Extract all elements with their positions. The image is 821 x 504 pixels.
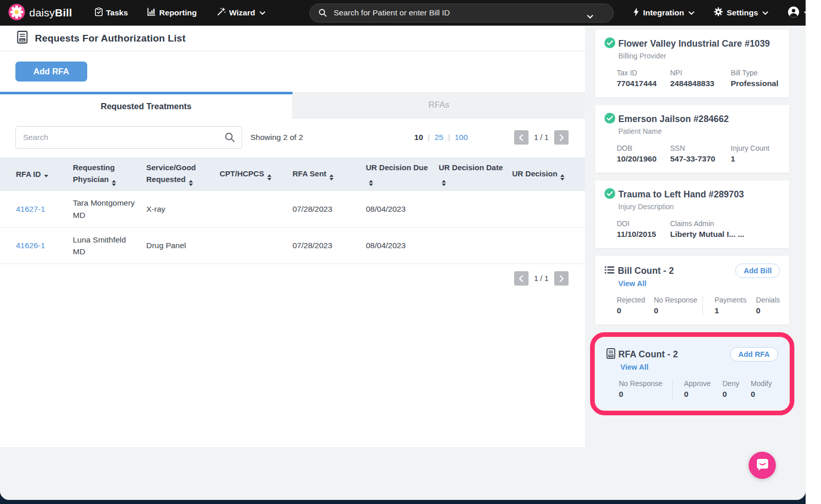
nav-tasks[interactable]: Tasks <box>95 7 128 18</box>
sort-desc-icon <box>44 175 48 177</box>
billing-provider-card[interactable]: Flower Valley Industrial Care #1039 Bill… <box>595 30 789 97</box>
card-title: Emerson Jailson #284662 <box>618 114 729 125</box>
bill-view-all-link[interactable]: View All <box>618 279 780 288</box>
column-header-rfa-id[interactable]: RFA ID <box>16 164 73 184</box>
check-circle-icon <box>604 37 615 50</box>
nav-tasks-label: Tasks <box>106 8 128 17</box>
stat-divider <box>702 296 703 315</box>
nav-integration[interactable]: Integration <box>633 8 694 18</box>
page-title: Requests For Authorization List <box>35 33 186 44</box>
reporting-chart-icon <box>147 8 155 18</box>
sidebar: Flower Valley Industrial Care #1039 Bill… <box>585 26 806 500</box>
column-label: UR Decision Date <box>439 163 503 172</box>
page-size-selector: 10 | 25 | 100 <box>414 133 467 142</box>
pagination-bottom-row: 1 / 1 <box>0 264 585 286</box>
stat-deny: Deny 0 <box>722 379 751 399</box>
card-subtitle: Billing Provider <box>618 52 780 60</box>
stat-payments: Payments 1 <box>714 296 756 315</box>
field-injury-count: Injury Count 1 <box>731 144 769 164</box>
nav-settings[interactable]: Settings <box>714 7 768 18</box>
cell-physician: Luna Smithfeld MD <box>73 228 146 264</box>
cell-ur-decision-date <box>439 239 512 252</box>
tab-requested-treatments[interactable]: Requested Treatments <box>0 92 292 118</box>
table-row: 41626-1 Luna Smithfeld MD Drug Panel 07/… <box>0 228 585 265</box>
brand-logo[interactable]: daisyBill <box>8 4 72 23</box>
separator: | <box>428 133 430 142</box>
injury-card[interactable]: Trauma to Left Hand #289703 Injury Descr… <box>595 180 789 248</box>
column-header-requesting-physician[interactable]: Requesting Physician <box>73 157 146 190</box>
prev-page-button[interactable] <box>514 271 529 286</box>
add-rfa-sidebar-button[interactable]: Add RFA <box>730 347 778 361</box>
sort-icon <box>369 180 373 186</box>
screen: daisyBill Tasks <box>0 0 821 504</box>
card-title: Flower Valley Industrial Care #1039 <box>618 38 770 49</box>
chevron-down-icon <box>763 11 768 15</box>
cell-ur-decision-due: 08/04/2023 <box>366 233 439 257</box>
chat-launcher-button[interactable] <box>749 452 776 479</box>
sort-icon <box>267 174 271 180</box>
brand-name: daisyBill <box>29 7 72 19</box>
cell-cpt <box>220 203 292 215</box>
column-label: RFA Sent <box>292 169 326 178</box>
column-header-cpt-hcpcs[interactable]: CPT/HCPCS <box>220 164 292 185</box>
tabs: Requested Treatments RFAs <box>0 92 585 118</box>
cell-cpt <box>220 239 292 252</box>
column-header-ur-decision-date[interactable]: UR Decision Date <box>439 157 512 190</box>
integration-bolt-icon <box>633 8 639 18</box>
column-header-ur-decision[interactable]: UR Decision <box>512 164 585 185</box>
gear-icon <box>714 7 723 18</box>
main-panel: RFA Requests For Authorization List Add … <box>0 26 585 447</box>
field-bill-type: Bill Type Professional <box>731 69 778 88</box>
card-title: RFA Count - 2 <box>618 349 678 360</box>
global-search-input[interactable] <box>309 4 614 23</box>
nav-reporting[interactable]: Reporting <box>147 8 197 18</box>
stat-denials: Denials 0 <box>756 296 780 315</box>
search-chevron-down-icon[interactable] <box>587 11 593 21</box>
next-page-button[interactable] <box>554 271 569 286</box>
prev-page-button[interactable] <box>514 130 529 145</box>
avatar-icon <box>788 6 799 20</box>
tasks-clipboard-icon <box>95 7 103 18</box>
app-window: daisyBill Tasks <box>0 0 806 500</box>
column-label: UR Decision <box>512 169 557 178</box>
wizard-wand-icon <box>217 7 226 18</box>
field-claims-admin: Claims Admin Liberty Mutual I... ... <box>670 219 745 239</box>
global-search <box>309 4 614 23</box>
field-tax-id: Tax ID 770417444 <box>617 69 670 88</box>
nav-integration-label: Integration <box>643 8 684 17</box>
card-title: Bill Count - 2 <box>618 266 674 276</box>
list-search-input[interactable] <box>15 126 242 149</box>
patient-card[interactable]: Emerson Jailson #284662 Patient Name DOB… <box>595 105 789 173</box>
nav-account[interactable] <box>788 6 806 20</box>
next-page-button[interactable] <box>554 130 569 145</box>
page-size-10[interactable]: 10 <box>414 133 423 142</box>
column-header-service-good[interactable]: Service/Good Requested <box>146 157 220 190</box>
column-label: Requesting Physician <box>73 163 115 184</box>
page-size-25[interactable]: 25 <box>435 133 443 142</box>
stat-no-response: No Response 0 <box>654 296 702 315</box>
showing-count: Showing 2 of 2 <box>250 133 303 142</box>
top-nav: daisyBill Tasks <box>0 0 806 26</box>
sort-icon <box>560 174 564 180</box>
tab-rfas[interactable]: RFAs <box>292 92 585 118</box>
chevron-down-icon <box>260 11 265 15</box>
nav-wizard[interactable]: Wizard <box>217 7 266 18</box>
separator: | <box>448 133 450 142</box>
svg-text:RFA: RFA <box>20 39 25 42</box>
add-rfa-button[interactable]: Add RFA <box>15 62 87 82</box>
rfa-document-icon: RFA <box>607 348 615 361</box>
rfa-id-link[interactable]: 41627-1 <box>16 205 45 213</box>
search-icon[interactable] <box>225 132 235 145</box>
column-header-ur-decision-due[interactable]: UR Decision Due <box>366 157 439 190</box>
rfa-count-highlight-annotation: RFA RFA Count - 2 Add RFA View All No Re… <box>590 332 794 415</box>
nav-wizard-label: Wizard <box>229 8 256 17</box>
cell-rfa-id: 41626-1 <box>16 233 73 257</box>
page-header: RFA Requests For Authorization List <box>0 26 585 51</box>
rfa-id-link[interactable]: 41626-1 <box>16 241 45 250</box>
rfa-view-all-link[interactable]: View All <box>620 363 778 371</box>
page-size-100[interactable]: 100 <box>455 133 468 142</box>
add-bill-button[interactable]: Add Bill <box>735 264 780 278</box>
search-icon <box>319 9 327 19</box>
column-header-rfa-sent[interactable]: RFA Sent <box>292 164 366 185</box>
sort-icon <box>329 174 334 180</box>
